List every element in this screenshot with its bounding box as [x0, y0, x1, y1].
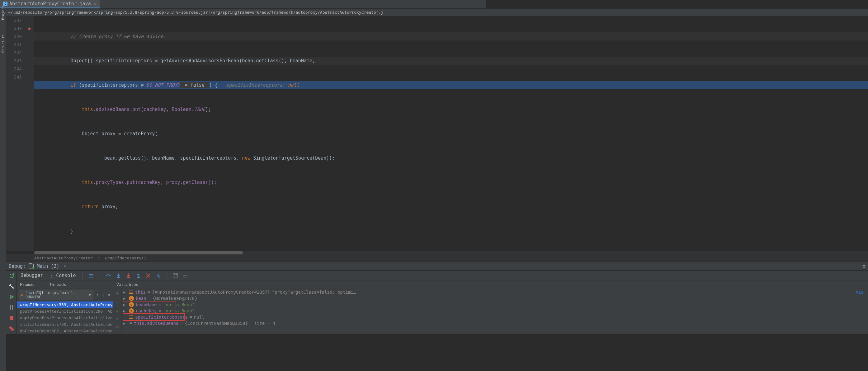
code-area[interactable]: // Create proxy if we have advice. Objec…	[34, 16, 486, 208]
line-number-gutter: 337 339 340 341 342 343 344 345	[6, 16, 24, 208]
close-icon[interactable]: ×	[94, 2, 96, 6]
gutter-icons: ◉	[24, 16, 34, 208]
tab-bar: C AbstractAutoProxyCreator.java ×	[0, 0, 486, 9]
file-path-bar: ~/.m2/repository/org/springframework/spr…	[6, 9, 486, 16]
tool-window-strip: Project Structure	[0, 9, 6, 208]
file-tab-label: AbstractAutoProxyCreator.java	[9, 1, 91, 6]
editor[interactable]: 337 339 340 341 342 343 344 345 ◉ // Cre…	[6, 16, 486, 208]
main-area: ~/.m2/repository/org/springframework/spr…	[6, 9, 486, 208]
file-tab[interactable]: C AbstractAutoProxyCreator.java ×	[0, 0, 100, 8]
project-tool-tab[interactable]: Project	[0, 3, 6, 23]
breakpoint-icon[interactable]: ◉	[24, 24, 34, 32]
structure-tool-tab[interactable]: Structure	[0, 32, 6, 56]
